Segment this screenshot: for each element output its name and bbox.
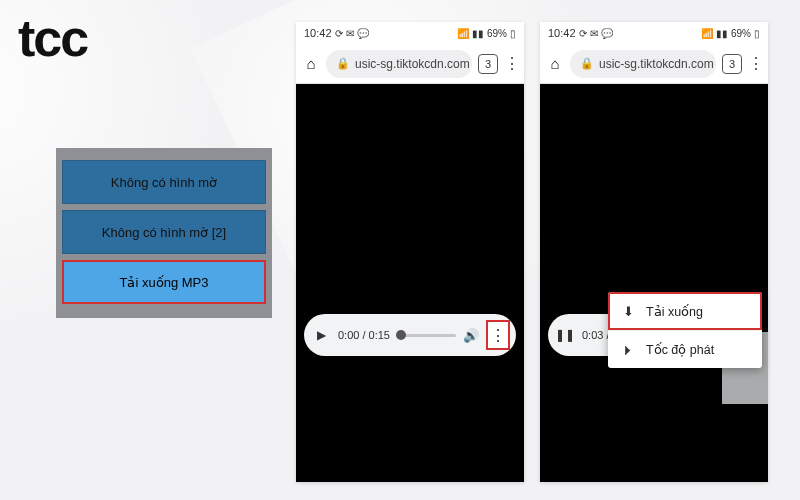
chat-icon: 💬 xyxy=(357,28,369,39)
pause-button[interactable]: ❚❚ xyxy=(554,328,576,342)
brand-logo: tcc xyxy=(18,8,87,68)
url-field[interactable]: 🔒 usic-sg.tiktokcdn.com xyxy=(326,50,472,78)
seek-thumb[interactable] xyxy=(396,330,406,340)
phone-mockup-2: 10:42 ⟳ ✉ 💬 📶 ▮▮ 69% ▯ ⌂ 🔒 usic-sg.tikto… xyxy=(540,22,768,482)
url-text: usic-sg.tiktokcdn.com xyxy=(355,57,470,71)
home-icon[interactable]: ⌂ xyxy=(302,55,320,72)
messenger-icon: ✉ xyxy=(346,28,354,39)
battery-icon: ▯ xyxy=(510,28,516,39)
battery-icon: ▯ xyxy=(754,28,760,39)
download-menu-item[interactable]: ⬇ Tải xuống xyxy=(608,292,762,330)
phone-mockup-1: 10:42 ⟳ ✉ 💬 📶 ▮▮ 69% ▯ ⌂ 🔒 usic-sg.tikto… xyxy=(296,22,524,482)
download-icon: ⬇ xyxy=(620,304,636,319)
wifi-icon: 📶 xyxy=(701,28,713,39)
player-time: 0:00 / 0:15 xyxy=(338,329,390,341)
download-label: Tải xuống xyxy=(646,304,703,319)
status-time: 10:42 xyxy=(548,27,576,39)
speed-label: Tốc độ phát xyxy=(646,342,714,357)
player-menu-popup: ⬇ Tải xuống ⏵ Tốc độ phát xyxy=(608,292,762,368)
url-field[interactable]: 🔒 usic-sg.tiktokcdn.com xyxy=(570,50,716,78)
no-watermark-button[interactable]: Không có hình mờ xyxy=(62,160,266,204)
page-viewport: ▶ 0:00 / 0:15 🔊 ⋮ xyxy=(296,84,524,482)
home-icon[interactable]: ⌂ xyxy=(546,55,564,72)
page-viewport: ❚❚ 0:03 / ⬇ Tải xuống ⏵ Tốc độ phát xyxy=(540,84,768,482)
playback-speed-menu-item[interactable]: ⏵ Tốc độ phát xyxy=(608,330,762,368)
status-bar: 10:42 ⟳ ✉ 💬 📶 ▮▮ 69% ▯ xyxy=(540,22,768,44)
audio-player: ▶ 0:00 / 0:15 🔊 ⋮ xyxy=(304,314,516,356)
seek-track[interactable] xyxy=(396,334,456,337)
sync-icon: ⟳ xyxy=(579,28,587,39)
download-mp3-button[interactable]: Tải xuống MP3 xyxy=(62,260,266,304)
player-time: 0:03 / xyxy=(582,329,610,341)
battery-text: 69% xyxy=(731,28,751,39)
messenger-icon: ✉ xyxy=(590,28,598,39)
browser-menu-icon[interactable]: ⋮ xyxy=(748,56,762,72)
status-bar: 10:42 ⟳ ✉ 💬 📶 ▮▮ 69% ▯ xyxy=(296,22,524,44)
sync-icon: ⟳ xyxy=(335,28,343,39)
status-time: 10:42 xyxy=(304,27,332,39)
lock-icon: 🔒 xyxy=(580,57,594,70)
browser-menu-icon[interactable]: ⋮ xyxy=(504,56,518,72)
volume-icon[interactable]: 🔊 xyxy=(462,328,480,343)
browser-address-bar: ⌂ 🔒 usic-sg.tiktokcdn.com 3 ⋮ xyxy=(540,44,768,84)
speed-icon: ⏵ xyxy=(620,342,636,357)
tabs-button[interactable]: 3 xyxy=(722,54,742,74)
tabs-button[interactable]: 3 xyxy=(478,54,498,74)
signal-icon: ▮▮ xyxy=(472,28,484,39)
signal-icon: ▮▮ xyxy=(716,28,728,39)
wifi-icon: 📶 xyxy=(457,28,469,39)
download-options-panel: Không có hình mờ Không có hình mờ [2] Tả… xyxy=(56,148,272,318)
play-button[interactable]: ▶ xyxy=(310,328,332,342)
battery-text: 69% xyxy=(487,28,507,39)
no-watermark-2-button[interactable]: Không có hình mờ [2] xyxy=(62,210,266,254)
lock-icon: 🔒 xyxy=(336,57,350,70)
browser-address-bar: ⌂ 🔒 usic-sg.tiktokcdn.com 3 ⋮ xyxy=(296,44,524,84)
player-more-button[interactable]: ⋮ xyxy=(486,320,510,350)
chat-icon: 💬 xyxy=(601,28,613,39)
url-text: usic-sg.tiktokcdn.com xyxy=(599,57,714,71)
